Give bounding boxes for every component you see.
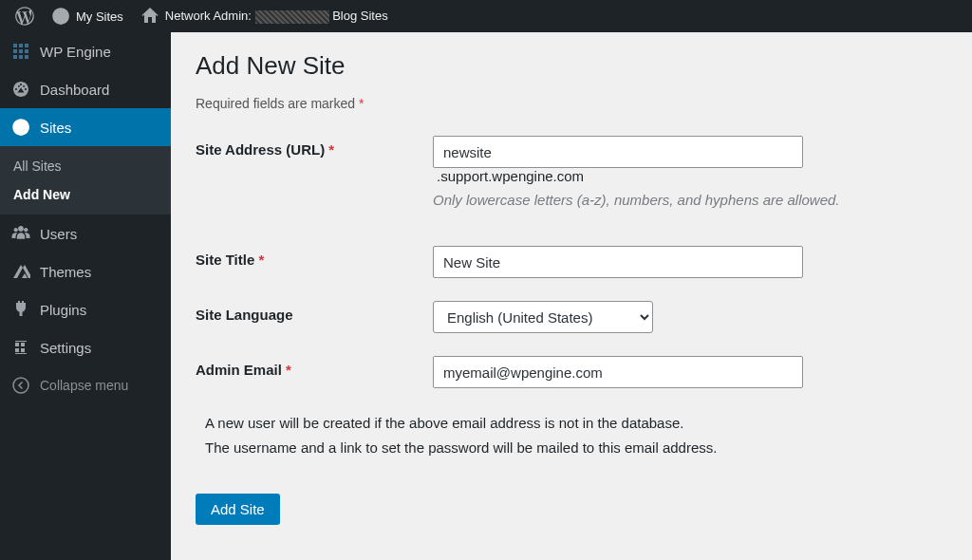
multisite-icon — [11, 118, 30, 137]
sidebar-item-settings[interactable]: Settings — [0, 328, 171, 366]
collapse-icon — [11, 376, 30, 395]
main-content: Add New Site Required fields are marked … — [171, 32, 972, 560]
label-site-language: Site Language — [196, 301, 433, 323]
label-site-title: Site Title * — [196, 246, 433, 268]
settings-icon — [11, 338, 30, 357]
page-title: Add New Site — [196, 51, 947, 81]
sidebar-item-themes[interactable]: Themes — [0, 252, 171, 290]
sidebar-item-label: Users — [40, 226, 77, 242]
body-container: WP Engine Dashboard Sites All Sites Add … — [0, 32, 972, 560]
row-site-language: Site Language English (United States) — [196, 301, 947, 333]
required-note: Required fields are marked * — [196, 96, 947, 111]
svg-point-9 — [13, 378, 28, 393]
sidebar-item-label: Themes — [40, 264, 91, 280]
svg-rect-8 — [25, 55, 28, 59]
sidebar-item-label: Dashboard — [40, 82, 109, 98]
sidebar-item-wpengine[interactable]: WP Engine — [0, 32, 171, 70]
row-site-title: Site Title * — [196, 246, 947, 278]
svg-rect-4 — [19, 49, 23, 53]
label-admin-email: Admin Email * — [196, 356, 433, 378]
network-admin-link[interactable]: Network Admin: Blog Sites — [133, 0, 396, 32]
wpengine-icon — [11, 42, 30, 61]
admin-bar: My Sites Network Admin: Blog Sites — [0, 0, 972, 32]
admin-sidebar: WP Engine Dashboard Sites All Sites Add … — [0, 32, 171, 560]
users-icon — [11, 224, 30, 243]
row-admin-email: Admin Email * — [196, 356, 947, 388]
multisite-icon — [51, 7, 70, 26]
label-site-address: Site Address (URL) * — [196, 136, 433, 158]
sidebar-item-sites[interactable]: Sites — [0, 108, 171, 146]
svg-rect-0 — [13, 44, 17, 47]
svg-rect-5 — [25, 49, 28, 53]
site-language-select[interactable]: English (United States) — [433, 301, 653, 333]
sidebar-subitem-all-sites[interactable]: All Sites — [0, 152, 171, 180]
site-address-suffix: .support.wpengine.com — [437, 168, 584, 184]
sidebar-item-label: Settings — [40, 340, 91, 356]
my-sites-link[interactable]: My Sites — [44, 0, 131, 32]
row-site-address: Site Address (URL) * .support.wpengine.c… — [196, 136, 947, 208]
my-sites-label: My Sites — [76, 9, 123, 24]
sidebar-item-dashboard[interactable]: Dashboard — [0, 70, 171, 108]
sidebar-submenu-sites: All Sites Add New — [0, 146, 171, 215]
sidebar-item-label: WP Engine — [40, 44, 111, 60]
add-site-button[interactable]: Add Site — [196, 494, 280, 525]
collapse-label: Collapse menu — [40, 378, 128, 393]
svg-rect-1 — [19, 44, 23, 47]
email-note-line2: The username and a link to set the passw… — [205, 436, 947, 460]
obscured-site-name — [255, 10, 329, 24]
email-note-line1: A new user will be created if the above … — [205, 411, 947, 436]
sidebar-item-label: Sites — [40, 120, 71, 136]
wordpress-icon — [15, 7, 34, 26]
sidebar-item-plugins[interactable]: Plugins — [0, 290, 171, 328]
sidebar-item-label: Plugins — [40, 302, 86, 318]
site-address-desc: Only lowercase letters (a-z), numbers, a… — [433, 192, 947, 208]
themes-icon — [11, 262, 30, 281]
svg-rect-2 — [25, 44, 28, 47]
site-address-input[interactable] — [433, 136, 803, 168]
plugins-icon — [11, 300, 30, 319]
sidebar-item-users[interactable]: Users — [0, 215, 171, 252]
email-note: A new user will be created if the above … — [196, 411, 947, 459]
home-icon — [140, 7, 159, 26]
svg-rect-6 — [13, 55, 17, 59]
admin-email-input[interactable] — [433, 356, 803, 388]
req-asterisk: * — [359, 96, 364, 111]
sidebar-subitem-add-new[interactable]: Add New — [0, 180, 171, 209]
dashboard-icon — [11, 80, 30, 99]
wp-logo[interactable] — [8, 0, 42, 32]
network-admin-label: Network Admin: Blog Sites — [165, 9, 388, 24]
collapse-menu[interactable]: Collapse menu — [0, 366, 171, 404]
svg-rect-7 — [19, 55, 23, 59]
site-title-input[interactable] — [433, 246, 803, 278]
svg-rect-3 — [13, 49, 17, 53]
